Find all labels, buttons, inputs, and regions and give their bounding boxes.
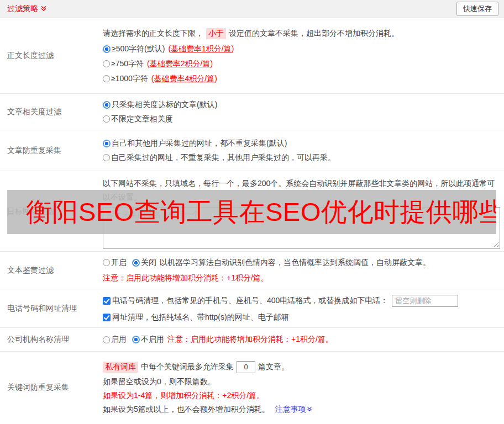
radio-icon[interactable] — [103, 45, 111, 53]
fee-note: (基础费率4积分/篇) — [151, 74, 217, 84]
checkbox-phone-clean[interactable]: 电话号码清理，包括常见的手机号、座机号、400电话格式，或替换成如下电话： — [103, 296, 388, 306]
radio-porn-on[interactable]: 开启 — [103, 258, 127, 268]
radio-length-1000[interactable]: ≥1000字符 — [103, 74, 148, 84]
row-company-clean: 公司机构名称清理 启用 不启用 注意：启用此功能将增加积分消耗：+1积分/篇。 — [0, 328, 504, 352]
notice-link-label: 注意事项 — [275, 405, 306, 415]
topbar: 过滤策略 快速保存 — [0, 0, 504, 18]
radio-icon[interactable] — [103, 154, 110, 161]
radio-porn-off[interactable]: 关闭 — [132, 258, 156, 268]
radio-relevance-any[interactable]: 不限定文章相关度 — [103, 114, 500, 124]
replacement-phone-input[interactable] — [392, 295, 458, 307]
radio-company-off[interactable]: 不启用 — [132, 335, 164, 344]
radio-label: ≥500字符(默认) — [112, 44, 165, 54]
fee-note: (基础费率1积分/篇) — [168, 44, 234, 54]
radio-icon[interactable] — [132, 336, 140, 343]
watermark-text: 衡阳SEO查询工具在SEO优化时提供哪些帮 — [7, 195, 496, 230]
keyword-limit-unit: 篇文章。 — [258, 362, 289, 372]
radio-icon[interactable] — [103, 60, 110, 67]
checkbox-checked-icon[interactable] — [103, 314, 111, 321]
row-article-dedup: 文章防重复采集 自己和其他用户采集过的网址，都不重复采集(默认) 自己采集过的网… — [0, 130, 504, 171]
keyword-note-zero: 如果留空或设为0，则不限篇数。 — [103, 377, 500, 387]
intro-pre: 请选择需求的正文长度下限， — [103, 29, 203, 39]
private-thesaurus-badge[interactable]: 私有词库 — [103, 362, 138, 373]
porn-filter-desc: 以机器学习算法自动识别色情内容，当色情概率达到系统阈值，自动屏蔽文章。 — [160, 258, 431, 268]
watermark-overlay: 衡阳SEO查询工具在SEO优化时提供哪些帮 — [7, 190, 496, 234]
double-chevron-down-icon — [40, 6, 47, 12]
row-content-length-filter: 正文长度过滤 请选择需求的正文长度下限， 小于 设定值的文章不采集，超出部分不增… — [0, 18, 504, 94]
quick-save-button[interactable]: 快速保存 — [456, 2, 498, 16]
row-label: 正文长度过滤 — [0, 18, 103, 93]
radio-label: 自己和其他用户采集过的网址，都不重复采集(默认) — [112, 139, 287, 149]
row-label: 文章相关度过滤 — [0, 94, 103, 130]
intro-post: 设定值的文章不采集，超出部分不增加积分消耗。 — [229, 29, 399, 39]
radio-label: ≥1000字符 — [111, 74, 148, 84]
content-length-intro: 请选择需求的正文长度下限， 小于 设定值的文章不采集，超出部分不增加积分消耗。 — [103, 28, 500, 39]
radio-icon[interactable] — [103, 101, 111, 109]
keyword-count-input[interactable] — [237, 361, 255, 373]
row-porn-filter: 文本鉴黄过滤 开启 关闭 以机器学习算法自动识别色情内容，当色情概率达到系统阈值… — [0, 252, 504, 289]
row-keyword-dedup: 关键词防重复采集 私有词库 中每个关键词最多允许采集 篇文章。 如果留空或设为0… — [0, 352, 504, 423]
radio-dedup-self-only[interactable]: 自己采集过的网址，不重复采集，其他用户采集过的，可以再采。 — [103, 153, 500, 163]
row-label: 文章防重复采集 — [0, 130, 103, 171]
radio-icon[interactable] — [103, 259, 110, 266]
radio-icon[interactable] — [103, 75, 110, 82]
less-than-badge: 小于 — [206, 28, 226, 39]
page-title-label: 过滤策略 — [7, 4, 38, 14]
company-clean-note: 注意：启用此功能将增加积分消耗：+1积分/篇。 — [167, 335, 333, 344]
notice-link[interactable]: 注意事项 — [275, 405, 312, 415]
fee-note: (基础费率2积分/篇) — [147, 59, 213, 69]
row-label: 电话号码和网址清理 — [0, 289, 103, 327]
row-label: 文本鉴黄过滤 — [0, 252, 103, 289]
checkbox-url-clean[interactable]: 网址清理，包括纯域名、带http(s)的网址、电子邮箱 — [103, 312, 289, 322]
radio-icon[interactable] — [132, 259, 140, 267]
radio-label: 开启 — [111, 258, 127, 268]
keyword-note-five: 如果设为5篇或以上，也不会额外增加积分消耗。 — [103, 405, 270, 415]
radio-label: 启用 — [111, 335, 127, 344]
row-relevance-filter: 文章相关度过滤 只采集相关度达标的文章(默认) 不限定文章相关度 — [0, 94, 504, 130]
radio-company-on[interactable]: 启用 — [103, 335, 127, 344]
radio-label: 不启用 — [141, 335, 164, 344]
row-phone-url-clean: 电话号码和网址清理 电话号码清理，包括常见的手机号、座机号、400电话格式，或替… — [0, 289, 504, 328]
checkbox-label: 网址清理，包括纯域名、带http(s)的网址、电子邮箱 — [112, 312, 289, 322]
double-chevron-down-icon — [307, 406, 312, 412]
checkbox-checked-icon[interactable] — [103, 297, 111, 305]
keyword-note-fee: 如果设为1-4篇，则增加积分消耗：+2积分/篇。 — [103, 391, 500, 401]
radio-label: 不限定文章相关度 — [111, 114, 173, 124]
radio-label: 自己采集过的网址，不重复采集，其他用户采集过的，可以再采。 — [111, 153, 335, 163]
page-title[interactable]: 过滤策略 — [7, 4, 47, 14]
row-label: 公司机构名称清理 — [0, 328, 103, 351]
radio-label: 只采集相关度达标的文章(默认) — [112, 100, 217, 110]
keyword-limit-text: 中每个关键词最多允许采集 — [141, 362, 234, 372]
radio-length-750[interactable]: ≥750字符 — [103, 59, 144, 69]
radio-icon[interactable] — [103, 115, 110, 123]
radio-length-500[interactable]: ≥500字符(默认) — [103, 44, 165, 54]
radio-label: ≥750字符 — [111, 59, 144, 69]
porn-filter-note: 注意：启用此功能将增加积分消耗：+1积分/篇。 — [103, 273, 500, 283]
row-label: 关键词防重复采集 — [0, 352, 103, 423]
radio-icon[interactable] — [103, 336, 110, 343]
radio-label: 关闭 — [141, 258, 156, 268]
checkbox-label: 电话号码清理，包括常见的手机号、座机号、400电话格式，或替换成如下电话： — [112, 296, 388, 306]
radio-relevance-strict[interactable]: 只采集相关度达标的文章(默认) — [103, 100, 500, 110]
radio-icon[interactable] — [103, 140, 111, 147]
radio-dedup-all-users[interactable]: 自己和其他用户采集过的网址，都不重复采集(默认) — [103, 139, 500, 149]
